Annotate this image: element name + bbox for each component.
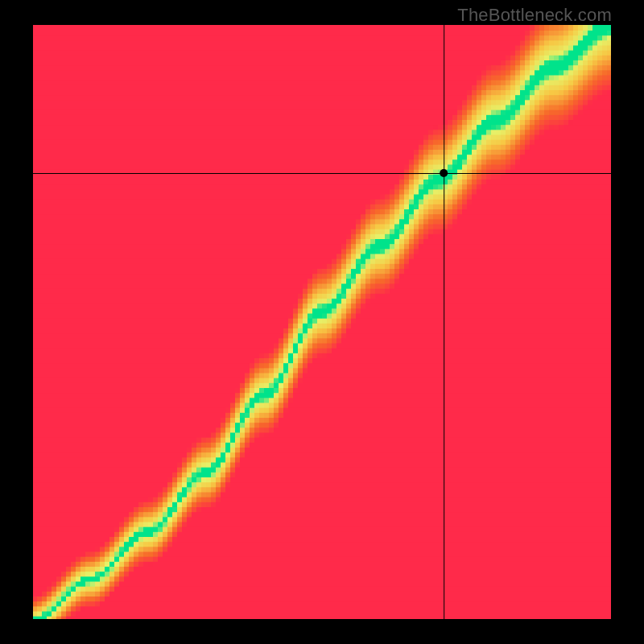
plot-area [32,24,612,620]
watermark-text: TheBottleneck.com [457,5,612,26]
bottleneck-heatmap [32,24,612,620]
chart-frame: TheBottleneck.com [0,0,644,644]
